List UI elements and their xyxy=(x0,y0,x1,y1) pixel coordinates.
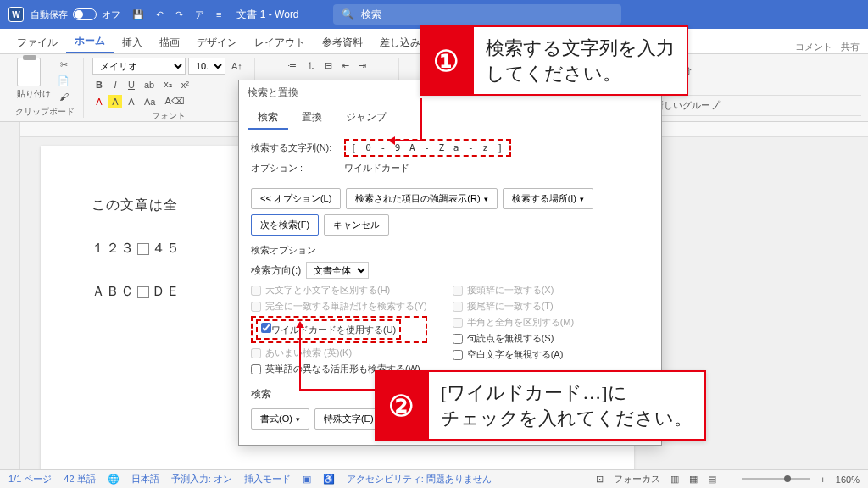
search-box[interactable]: 🔍 検索 xyxy=(333,4,621,25)
options-label: オプション : xyxy=(251,162,339,175)
annotation-arrow-icon xyxy=(388,136,395,145)
checkbox-input xyxy=(453,286,463,296)
checkbox-label: 空白文字を無視する(A) xyxy=(467,348,564,361)
dialog-tab-goto[interactable]: ジャンプ xyxy=(336,105,397,130)
qat-brush-icon[interactable]: ア xyxy=(195,8,204,21)
redo-icon[interactable]: ↷ xyxy=(175,9,183,20)
autosave-label: 自動保存 xyxy=(31,8,68,21)
change-case-button[interactable]: Aa xyxy=(141,95,159,108)
checkbox-input[interactable] xyxy=(251,364,261,374)
multilevel-icon[interactable]: ⊟ xyxy=(321,58,336,73)
tab-references[interactable]: 参考資料 xyxy=(314,30,371,53)
superscript-button[interactable]: x² xyxy=(178,78,192,92)
decrease-indent-icon[interactable]: ⇤ xyxy=(338,58,353,73)
checkbox-input[interactable] xyxy=(453,350,463,360)
sb-words[interactable]: 42 単語 xyxy=(64,473,95,485)
comments-button[interactable]: コメント xyxy=(795,41,832,53)
zoom-slider[interactable] xyxy=(742,478,810,480)
doc-text-1: この文章は全 xyxy=(92,197,178,212)
tab-design[interactable]: デザイン xyxy=(188,30,246,53)
chevron-down-icon: ▾ xyxy=(296,415,300,424)
subscript-button[interactable]: x₂ xyxy=(160,77,175,92)
italic-button[interactable]: I xyxy=(108,78,122,92)
format-button[interactable]: 書式(O)▾ xyxy=(251,408,309,430)
find-input[interactable]: [ 0 - 9 A - Z a - z ] xyxy=(344,139,511,157)
sb-lang[interactable]: 日本語 xyxy=(131,473,159,485)
callout-2-text: [ワイルドカード…]にチェックを入れてください。 xyxy=(427,370,706,441)
cancel-button[interactable]: キャンセル xyxy=(324,214,389,236)
rp-new-group[interactable]: 新しいグループ xyxy=(649,95,861,116)
copy-icon[interactable]: 📄 xyxy=(54,74,73,88)
checkbox-label: あいまい検索 (英)(K) xyxy=(265,347,352,359)
font-group: メイリオ 10.5 A↑ B I U ab x₂ x² A A A Aa A⌫ … xyxy=(84,58,255,118)
vertical-ruler xyxy=(0,122,20,469)
font-color-button[interactable]: A xyxy=(92,95,106,108)
text-effects-button[interactable]: A xyxy=(125,95,138,108)
undo-icon[interactable]: ↶ xyxy=(156,9,164,20)
view-web-icon[interactable]: ▤ xyxy=(708,474,716,485)
sb-page[interactable]: 1/1 ページ xyxy=(8,473,52,485)
tab-draw[interactable]: 描画 xyxy=(151,30,188,53)
font-size-select[interactable]: 10.5 xyxy=(188,58,225,75)
paste-label: 貼り付け xyxy=(17,88,51,100)
tab-file[interactable]: ファイル xyxy=(8,30,66,53)
checkbox-input[interactable] xyxy=(261,323,271,333)
increase-font-icon[interactable]: A↑ xyxy=(228,59,246,73)
font-name-select[interactable]: メイリオ xyxy=(92,58,186,75)
checkbox-input xyxy=(251,302,261,312)
format-painter-icon[interactable]: 🖌 xyxy=(54,90,73,103)
save-icon[interactable]: 💾 xyxy=(132,9,144,20)
clear-format-button[interactable]: A⌫ xyxy=(161,94,187,108)
numbering-icon[interactable]: ⒈ xyxy=(303,58,319,74)
annotation-line xyxy=(299,389,376,391)
checkbox-input xyxy=(251,286,261,296)
increase-indent-icon[interactable]: ⇥ xyxy=(355,58,370,73)
highlight-button[interactable]: 検索された項目の強調表示(R)▾ xyxy=(346,188,497,209)
sb-focus-icon[interactable]: ⊡ xyxy=(596,474,604,485)
dialog-tab-replace[interactable]: 置換 xyxy=(292,105,332,130)
tab-home[interactable]: ホーム xyxy=(66,29,114,53)
bullets-icon[interactable]: ≔ xyxy=(284,58,300,73)
paste-icon[interactable] xyxy=(17,58,41,86)
underline-button[interactable]: U xyxy=(125,78,138,92)
sb-focus[interactable]: フォーカス xyxy=(614,473,660,485)
checkbox-checks-right-3[interactable]: 句読点を無視する(S) xyxy=(453,332,575,345)
strikethrough-button[interactable]: ab xyxy=(141,78,158,92)
checkbox-checks-left-0: 大文字と小文字を区別する(H) xyxy=(251,284,427,297)
less-options-button[interactable]: << オプション(L) xyxy=(251,188,341,209)
sb-rec-icon[interactable]: ▣ xyxy=(303,474,311,485)
qat-dropdown-icon[interactable]: ≡ xyxy=(216,9,221,19)
tab-insert[interactable]: 挿入 xyxy=(114,30,151,53)
autosave-switch[interactable] xyxy=(73,8,97,20)
checkbox-checks-right-4[interactable]: 空白文字を無視する(A) xyxy=(453,348,575,361)
status-bar: 1/1 ページ 42 単語 🌐 日本語 予測入力: オン 挿入モード ▣ ♿ ア… xyxy=(0,469,868,488)
tab-layout[interactable]: レイアウト xyxy=(246,30,314,53)
sb-zoom[interactable]: 160% xyxy=(836,474,860,485)
checkbox-label: 句読点を無視する(S) xyxy=(467,332,554,345)
doc-row2a: ＡＢＣ xyxy=(92,284,135,298)
dialog-tab-find[interactable]: 検索 xyxy=(248,105,288,130)
zoom-out-icon[interactable]: − xyxy=(726,474,732,485)
view-readmode-icon[interactable]: ▥ xyxy=(670,474,679,485)
sb-insert[interactable]: 挿入モード xyxy=(244,473,291,485)
autosave-toggle[interactable]: 自動保存 オフ xyxy=(31,8,120,21)
view-print-icon[interactable]: ▦ xyxy=(689,474,698,485)
share-button[interactable]: 共有 xyxy=(841,41,860,53)
font-group-label: フォント xyxy=(152,110,186,122)
cut-icon[interactable]: ✂ xyxy=(54,58,73,72)
checkbox-input[interactable] xyxy=(453,334,463,344)
search-in-button[interactable]: 検索する場所(I)▾ xyxy=(503,188,593,209)
checkbox-checks-right-1: 接尾辞に一致する(T) xyxy=(453,300,575,313)
checkbox-checks-left-2[interactable]: ワイルドカードを使用する(U) xyxy=(251,316,427,343)
options-value: ワイルドカード xyxy=(344,162,409,175)
direction-select[interactable]: 文書全体 xyxy=(306,262,369,279)
annotation-line xyxy=(420,98,422,141)
checkbox-input xyxy=(453,318,463,328)
sb-access[interactable]: アクセシビリティ: 問題ありません xyxy=(347,473,492,485)
bold-button[interactable]: B xyxy=(92,78,106,92)
find-next-button[interactable]: 次を検索(F) xyxy=(251,214,319,236)
zoom-in-icon[interactable]: + xyxy=(820,474,825,485)
highlight-button[interactable]: A xyxy=(108,95,122,108)
checkbox-checks-right-2: 半角と全角を区別する(M) xyxy=(453,316,575,329)
sb-predict[interactable]: 予測入力: オン xyxy=(171,473,232,485)
